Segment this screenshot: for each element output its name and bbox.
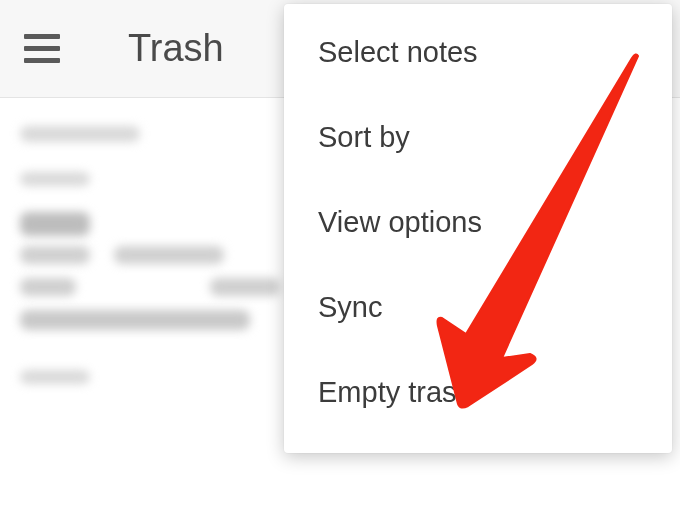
menu-item-sort-by[interactable]: Sort by (284, 95, 672, 180)
list-item (20, 126, 140, 142)
menu-item-sync[interactable]: Sync (284, 265, 672, 350)
list-item (20, 370, 90, 384)
menu-item-select-notes[interactable]: Select notes (284, 22, 672, 95)
list-item (20, 310, 250, 330)
hamburger-menu-icon[interactable] (24, 29, 64, 69)
overflow-menu-popup: Select notes Sort by View options Sync E… (284, 4, 672, 453)
list-item (20, 172, 90, 186)
menu-item-empty-trash[interactable]: Empty trash (284, 350, 672, 435)
menu-item-view-options[interactable]: View options (284, 180, 672, 265)
page-title: Trash (128, 27, 224, 70)
list-item (20, 278, 280, 296)
list-item (20, 212, 90, 236)
